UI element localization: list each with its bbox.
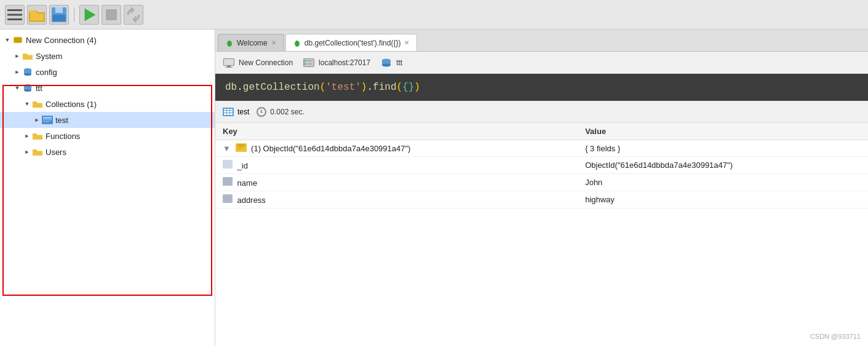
tree-arrow-collections <box>22 99 32 109</box>
stop-button[interactable] <box>102 5 121 25</box>
database-icon <box>380 58 392 68</box>
svg-rect-2 <box>7 18 22 20</box>
field-icon-name <box>223 177 233 186</box>
svg-rect-26 <box>224 59 234 65</box>
sidebar-item-config[interactable]: config <box>0 64 215 80</box>
svg-rect-40 <box>237 146 245 148</box>
tree-arrow-functions <box>22 131 32 141</box>
separator-1 <box>74 7 74 22</box>
tree-arrow-users <box>22 147 32 157</box>
conn-item-db: ttt <box>380 58 402 68</box>
table-row[interactable]: address highway <box>215 191 868 208</box>
table-row[interactable]: ▼ (1) ObjectId("61e6d14dbbda7a4e30991a47… <box>215 140 868 157</box>
svg-rect-6 <box>53 15 66 22</box>
svg-point-37 <box>382 63 391 66</box>
sidebar-item-ttt[interactable]: ttt <box>0 80 215 96</box>
result-time: 0.002 sec. <box>270 108 304 116</box>
sidebar-item-test[interactable]: test <box>0 112 215 128</box>
folder-functions-icon <box>32 130 43 141</box>
sidebar-item-system[interactable]: System <box>0 48 215 64</box>
table-row[interactable]: _id ObjectId("61e6d14dbbda7a4e30991a47") <box>215 157 868 174</box>
connection-bar: New Connection localhost:27017 <box>215 52 868 74</box>
db-config-icon <box>22 66 33 77</box>
tree-arrow-test <box>32 115 42 125</box>
conn-db: ttt <box>396 58 402 67</box>
sidebar-label-connection: New Connection (4) <box>26 36 212 45</box>
right-panel: Welcome ✕ db.getCollection('test').find(… <box>215 30 868 345</box>
sidebar-item-collections[interactable]: Collections (1) <box>0 96 215 112</box>
svg-marker-7 <box>85 8 96 21</box>
tab-query[interactable]: db.getCollection('test').find({}) ✕ <box>285 34 418 51</box>
sidebar-label-config: config <box>36 68 212 77</box>
sidebar-label-system: System <box>36 52 212 61</box>
conn-label: New Connection <box>239 58 293 67</box>
sidebar-item-functions[interactable]: Functions <box>0 128 215 144</box>
row-value-address: highway <box>578 191 868 208</box>
svg-rect-1 <box>7 14 22 15</box>
field-icon-address <box>223 194 233 203</box>
menu-button[interactable] <box>5 5 25 25</box>
svg-rect-5 <box>55 7 63 13</box>
svg-point-13 <box>24 73 31 76</box>
conn-host: localhost:27017 <box>319 58 370 67</box>
sidebar-item-users[interactable]: Users <box>0 144 215 160</box>
svg-rect-39 <box>237 145 245 146</box>
id-icon <box>223 160 233 169</box>
svg-rect-20 <box>43 121 49 122</box>
result-time-item: 0.002 sec. <box>257 107 304 117</box>
open-folder-button[interactable] <box>27 5 47 25</box>
doc-icon <box>236 143 247 152</box>
expand-arrow: ▼ <box>223 144 231 153</box>
tree-arrow-ttt <box>12 83 22 93</box>
tab-welcome[interactable]: Welcome ✕ <box>218 34 284 51</box>
svg-rect-3 <box>30 10 36 13</box>
table-row[interactable]: name John <box>215 174 868 191</box>
svg-rect-34 <box>307 63 313 65</box>
svg-rect-18 <box>43 117 52 119</box>
folder-system-icon <box>22 50 33 61</box>
sidebar-item-new-connection[interactable]: New Connection (4) <box>0 32 215 48</box>
conn-item-connection: New Connection <box>223 58 293 68</box>
leaf-icon-2 <box>293 39 301 47</box>
result-collection: test <box>237 108 249 116</box>
tab-welcome-label: Welcome <box>237 39 268 47</box>
svg-rect-32 <box>307 60 313 61</box>
sidebar-label-functions: Functions <box>46 132 212 141</box>
svg-rect-28 <box>225 67 233 68</box>
clock-icon <box>257 107 266 117</box>
tab-query-label: db.getCollection('test').find({}) <box>305 39 401 47</box>
row-value-id: ObjectId("61e6d14dbbda7a4e30991a47") <box>578 157 868 174</box>
row-value-object: { 3 fields } <box>578 140 868 157</box>
leaf-icon <box>226 39 233 47</box>
svg-rect-41 <box>237 148 242 149</box>
col-key: Key <box>215 123 578 140</box>
sidebar: New Connection (4) System <box>0 30 215 345</box>
result-bar: test 0.002 sec. <box>215 101 868 123</box>
save-button[interactable] <box>49 5 69 25</box>
sidebar-label-test: test <box>55 116 212 125</box>
run-button[interactable] <box>79 5 99 25</box>
row-value-name: John <box>578 174 868 191</box>
refresh-button[interactable] <box>124 5 143 25</box>
svg-rect-19 <box>43 119 52 121</box>
collection-test-icon <box>42 114 53 125</box>
row-key-object: ▼ (1) ObjectId("61e6d14dbbda7a4e30991a47… <box>215 140 578 157</box>
tree-arrow-system <box>12 51 22 61</box>
svg-point-16 <box>24 89 31 92</box>
folder-users-icon <box>32 146 43 157</box>
svg-rect-0 <box>7 9 22 11</box>
db-ttt-icon <box>22 82 33 93</box>
connection-icon <box>12 34 23 46</box>
svg-point-33 <box>305 63 306 65</box>
query-display: db.getCollection('test').find({}) <box>225 82 420 93</box>
toolbar <box>0 0 868 30</box>
watermark: CSDN @933711 <box>810 333 861 340</box>
conn-item-host: localhost:27017 <box>303 58 370 68</box>
col-value: Value <box>578 123 868 140</box>
query-bar: db.getCollection('test').find({}) <box>215 74 868 101</box>
tab-bar: Welcome ✕ db.getCollection('test').find(… <box>215 30 868 52</box>
folder-collections-icon <box>32 98 43 109</box>
tab-query-close[interactable]: ✕ <box>404 39 409 46</box>
row-key-address: address <box>215 191 578 208</box>
tab-welcome-close[interactable]: ✕ <box>271 39 276 46</box>
